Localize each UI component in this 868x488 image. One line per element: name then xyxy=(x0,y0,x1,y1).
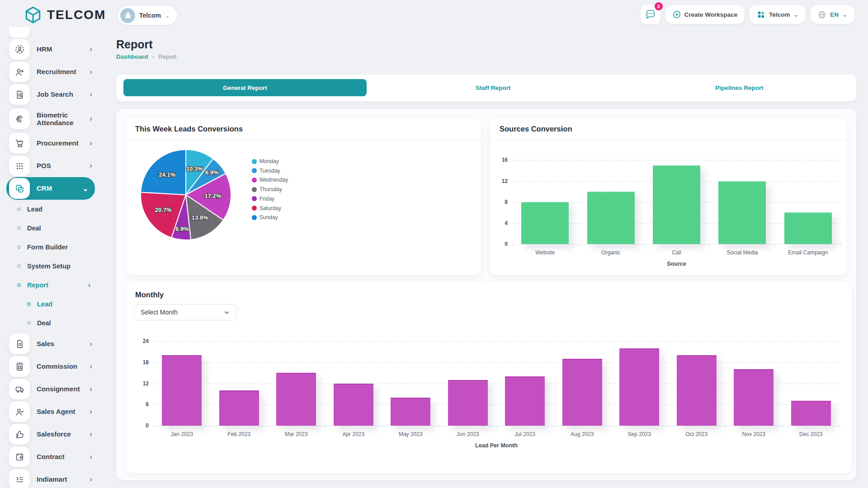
sidebar-item-contract[interactable]: Contract› xyxy=(6,446,99,468)
bar-nov-2023[interactable] xyxy=(734,369,774,426)
bar-apr-2023[interactable] xyxy=(334,384,373,426)
bar-email-campaign[interactable] xyxy=(784,212,832,244)
x-axis-tick xyxy=(775,244,776,247)
sidebar-subitem-lead[interactable]: Lead xyxy=(6,200,99,219)
tab-staff-report[interactable]: Staff Report xyxy=(370,75,616,101)
bullet-icon xyxy=(27,321,31,325)
legend-item-thursday[interactable]: Thursday xyxy=(252,186,282,192)
chevron-right-icon: › xyxy=(90,161,92,170)
x-axis-tick xyxy=(554,426,554,428)
bar-sep-2023[interactable] xyxy=(619,348,659,426)
sidebar-subitem-system-setup[interactable]: System Setup xyxy=(6,257,99,276)
bar-jun-2023[interactable] xyxy=(448,380,488,426)
x-axis-tick xyxy=(578,244,578,247)
sidebar-item-salesforce[interactable]: Salesforce› xyxy=(6,423,99,446)
workspace-switcher[interactable]: Telcom ⌄ xyxy=(750,5,806,24)
sidebar-subitem-form-builder[interactable]: Form Builder xyxy=(6,238,99,257)
sidebar-item-biometric-attendance[interactable]: BiometricAttendance› xyxy=(6,106,99,132)
bar-oct-2023[interactable] xyxy=(677,355,717,426)
sidebar-item-commission[interactable]: Commission› xyxy=(6,355,99,378)
legend-dot-icon xyxy=(252,196,257,201)
legend-item-saturday[interactable]: Saturday xyxy=(252,205,281,211)
workspace-switcher-label: Telcom xyxy=(769,11,790,18)
sidebar-item-label: BiometricAttendance xyxy=(37,111,74,127)
bar-jul-2023[interactable] xyxy=(505,376,545,426)
x-axis-tick xyxy=(644,244,644,247)
x-axis-tick xyxy=(382,426,382,428)
chevron-right-icon: › xyxy=(90,362,92,371)
gridline xyxy=(512,160,841,160)
bar-mar-2023[interactable] xyxy=(276,373,316,426)
legend-item-wednesday[interactable]: Wednesday xyxy=(252,177,288,183)
tab-general-report[interactable]: General Report xyxy=(123,79,367,96)
report-panel: This Week Leads Conversions 10.3%6.9%17.… xyxy=(116,109,856,480)
sidebar-item-label: POS xyxy=(37,162,51,169)
sidebar-subitem-lead[interactable]: Lead xyxy=(6,295,99,314)
x-axis-tick xyxy=(512,244,513,247)
create-workspace-button[interactable]: Create Workspace xyxy=(665,5,745,24)
tab-pipelines-report[interactable]: Pipelines Report xyxy=(616,75,863,101)
sidebar-item-label: HRM xyxy=(37,45,52,53)
x-axis-category-label: Sep 2023 xyxy=(611,431,668,437)
sidebar-item-hrm[interactable]: HRM› xyxy=(6,38,99,61)
sidebar-item-indiamart[interactable]: Indiamart› xyxy=(6,468,99,488)
x-axis-tick xyxy=(725,426,726,428)
sidebar-item-sales[interactable]: Sales› xyxy=(6,333,99,355)
calculator-icon xyxy=(15,362,24,371)
y-axis-tick: 16 xyxy=(494,157,508,163)
bar-may-2023[interactable] xyxy=(391,398,430,426)
x-axis-tick xyxy=(668,426,669,428)
sidebar-item-job-search[interactable]: Job Search› xyxy=(6,83,99,106)
workspace-chip[interactable]: Telcom ⌄ xyxy=(118,6,177,25)
legend-item-tuesday[interactable]: Tuesday xyxy=(252,168,280,174)
x-axis-category-label: Feb 2023 xyxy=(211,431,268,437)
x-axis-tick xyxy=(211,426,211,428)
sidebar-subitem-report[interactable]: Report› xyxy=(6,276,99,295)
sidebar-item-pos[interactable]: POS› xyxy=(6,155,99,177)
x-axis-title: Source xyxy=(512,261,841,267)
pie-slice-label: 20.7% xyxy=(155,206,172,213)
sidebar-item-procurement[interactable]: Procurement› xyxy=(6,132,99,155)
leads-pie-chart: 10.3%6.9%17.2%13.8%6.9%20.7%24.1% xyxy=(137,146,235,244)
messages-button[interactable]: 0 xyxy=(641,5,660,24)
sidebar-subitem-label: Deal xyxy=(37,319,51,327)
sidebar-item-consignment[interactable]: Consignment› xyxy=(6,378,99,400)
sidebar-item-label: Job Search xyxy=(37,90,73,98)
bar-website[interactable] xyxy=(521,202,569,244)
breadcrumb-dashboard-link[interactable]: Dashboard xyxy=(116,53,148,60)
sidebar-item-label: Indiamart xyxy=(37,475,67,483)
bar-call[interactable] xyxy=(653,165,700,244)
bar-dec-2023[interactable] xyxy=(791,401,831,426)
sidebar-item-label: Commission xyxy=(37,362,77,370)
icon-tile xyxy=(9,133,30,154)
sidebar-subitem-label: Report xyxy=(27,282,48,289)
gridline xyxy=(153,362,840,363)
sidebar-item-recruitment[interactable]: Recruitment› xyxy=(6,61,99,83)
chevron-down-icon: ⌄ xyxy=(842,12,847,18)
legend-label: Sunday xyxy=(259,214,278,221)
x-axis-tick xyxy=(783,426,783,428)
x-axis-category-label: Mar 2023 xyxy=(268,431,325,437)
bar-jan-2023[interactable] xyxy=(162,355,202,426)
sidebar-item-crm[interactable]: CRM⌄ xyxy=(6,177,95,200)
breadcrumb: Dashboard › Report xyxy=(116,53,177,60)
sidebar-subitem-label: Deal xyxy=(27,225,41,232)
bar-organic[interactable] xyxy=(587,192,635,244)
app-logo[interactable]: TELCOM xyxy=(24,5,106,24)
sidebar-subitem-deal[interactable]: Deal xyxy=(6,314,99,333)
sidebar-item-sales-agent[interactable]: Sales Agent› xyxy=(6,400,99,423)
legend-item-friday[interactable]: Friday xyxy=(252,196,274,202)
icon-tile xyxy=(9,424,30,445)
chevron-right-icon: › xyxy=(90,452,92,461)
legend-item-monday[interactable]: Monday xyxy=(252,158,279,164)
sidebar-item-label: CRM xyxy=(37,184,52,192)
sidebar-subitem-deal[interactable]: Deal xyxy=(6,219,99,238)
chevron-right-icon: › xyxy=(88,281,90,289)
y-axis-tick: 8 xyxy=(494,199,508,205)
x-axis-category-label: Social Media xyxy=(709,249,775,256)
bar-feb-2023[interactable] xyxy=(219,390,259,426)
bar-social-media[interactable] xyxy=(718,181,766,244)
bar-aug-2023[interactable] xyxy=(562,359,602,426)
legend-item-sunday[interactable]: Sunday xyxy=(252,214,278,221)
language-selector[interactable]: EN ⌄ xyxy=(811,5,854,24)
